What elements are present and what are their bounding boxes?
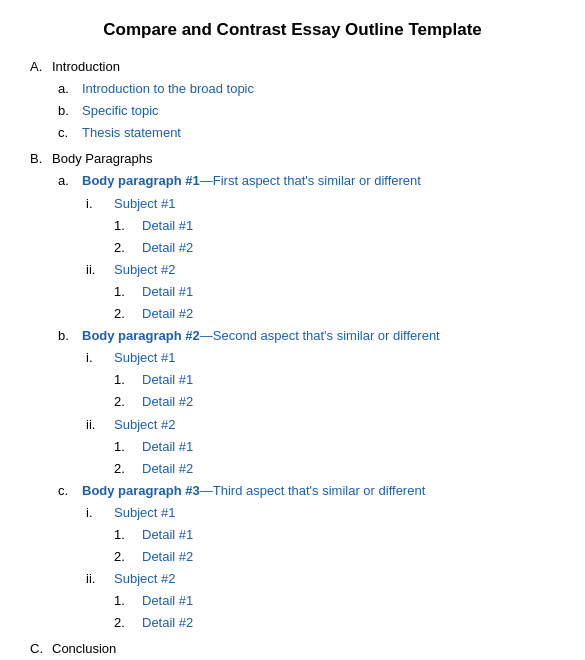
list-content: Subject #2	[114, 259, 175, 281]
list-content: Detail #1	[142, 281, 193, 303]
list-content: Detail #2	[142, 546, 193, 568]
list-content: Detail #1	[142, 590, 193, 612]
list-item: 1.Detail #1	[114, 436, 555, 458]
list-key: 2.	[114, 391, 142, 413]
list-content: Subject #1	[114, 347, 175, 369]
list-key: i.	[86, 193, 114, 215]
list-key: ii.	[86, 259, 114, 281]
subsection-key: b.	[58, 325, 82, 347]
list-content: Detail #1	[142, 524, 193, 546]
section-label: Conclusion	[52, 638, 116, 660]
list-item: 2.Detail #2	[114, 546, 555, 568]
list-key: 1.	[114, 436, 142, 458]
list-item: i.Subject #1	[86, 502, 555, 524]
list-item: ii.Subject #2	[86, 568, 555, 590]
list-item: 1.Detail #1	[114, 215, 555, 237]
section: B.Body Paragraphsa.Body paragraph #1—Fir…	[30, 148, 555, 634]
subsection: a.Body paragraph #1—First aspect that's …	[58, 170, 555, 192]
list-item: ii.Subject #2	[86, 414, 555, 436]
list-key: 2.	[114, 237, 142, 259]
list-content: Subject #1	[114, 193, 175, 215]
section-key: C.	[30, 638, 52, 660]
subsection: c.Body paragraph #3—Third aspect that's …	[58, 480, 555, 502]
subsection-content: Thesis statement	[82, 122, 181, 144]
list-key: 1.	[114, 281, 142, 303]
section: C.Conclusiona.Summary of main points—Res…	[30, 638, 555, 660]
subsection-content: Body paragraph #3—Third aspect that's si…	[82, 480, 425, 502]
subsection-content: Body paragraph #2—Second aspect that's s…	[82, 325, 440, 347]
page-title: Compare and Contrast Essay Outline Templ…	[30, 20, 555, 40]
subsection-content: Specific topic	[82, 100, 159, 122]
list-key: 1.	[114, 369, 142, 391]
subsection-content: Introduction to the broad topic	[82, 78, 254, 100]
list-item: i.Subject #1	[86, 347, 555, 369]
list-key: i.	[86, 347, 114, 369]
section-header: A.Introduction	[30, 56, 555, 78]
list-content: Detail #1	[142, 215, 193, 237]
section-header: B.Body Paragraphs	[30, 148, 555, 170]
outline: A.Introductiona.Introduction to the broa…	[30, 56, 555, 660]
list-content: Subject #2	[114, 414, 175, 436]
list-content: Detail #2	[142, 458, 193, 480]
subsection-key: c.	[58, 480, 82, 502]
list-content: Subject #1	[114, 502, 175, 524]
list-key: 1.	[114, 590, 142, 612]
section-key: B.	[30, 148, 52, 170]
list-item: 1.Detail #1	[114, 524, 555, 546]
list-key: 2.	[114, 612, 142, 634]
subsection: b.Body paragraph #2—Second aspect that's…	[58, 325, 555, 347]
list-item: 2.Detail #2	[114, 237, 555, 259]
list-key: i.	[86, 502, 114, 524]
list-item: 2.Detail #2	[114, 391, 555, 413]
section: A.Introductiona.Introduction to the broa…	[30, 56, 555, 144]
subsection: b.Specific topic	[58, 100, 555, 122]
section-key: A.	[30, 56, 52, 78]
list-item: 1.Detail #1	[114, 281, 555, 303]
list-item: ii.Subject #2	[86, 259, 555, 281]
subsection: a.Introduction to the broad topic	[58, 78, 555, 100]
list-item: 1.Detail #1	[114, 590, 555, 612]
list-item: 1.Detail #1	[114, 369, 555, 391]
list-item: i.Subject #1	[86, 193, 555, 215]
list-item: 2.Detail #2	[114, 303, 555, 325]
list-key: 1.	[114, 524, 142, 546]
section-label: Introduction	[52, 56, 120, 78]
subsection: c.Thesis statement	[58, 122, 555, 144]
list-content: Detail #2	[142, 237, 193, 259]
list-key: 2.	[114, 303, 142, 325]
section-header: C.Conclusion	[30, 638, 555, 660]
list-content: Detail #2	[142, 612, 193, 634]
list-key: 2.	[114, 546, 142, 568]
list-content: Detail #1	[142, 436, 193, 458]
section-label: Body Paragraphs	[52, 148, 152, 170]
list-content: Detail #2	[142, 391, 193, 413]
list-item: 2.Detail #2	[114, 612, 555, 634]
list-content: Subject #2	[114, 568, 175, 590]
list-item: 2.Detail #2	[114, 458, 555, 480]
subsection-key: b.	[58, 100, 82, 122]
subsection-key: c.	[58, 122, 82, 144]
list-content: Detail #1	[142, 369, 193, 391]
list-key: 2.	[114, 458, 142, 480]
list-key: ii.	[86, 568, 114, 590]
subsection-key: a.	[58, 78, 82, 100]
list-content: Detail #2	[142, 303, 193, 325]
page-container: Compare and Contrast Essay Outline Templ…	[30, 20, 555, 660]
list-key: ii.	[86, 414, 114, 436]
list-key: 1.	[114, 215, 142, 237]
subsection-content: Body paragraph #1—First aspect that's si…	[82, 170, 421, 192]
subsection-key: a.	[58, 170, 82, 192]
